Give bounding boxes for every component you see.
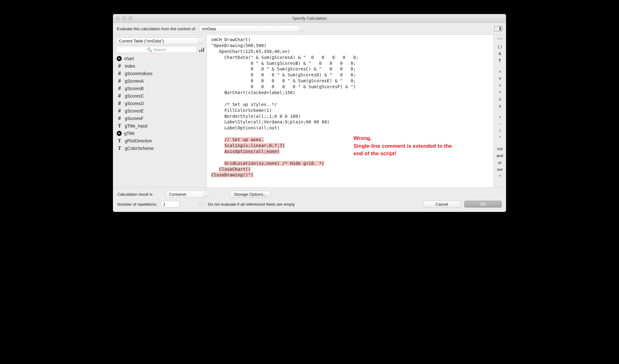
operator-and[interactable]: and [496, 153, 503, 158]
operator-[interactable]: / [499, 128, 500, 133]
field-name: gScoresB [125, 86, 144, 91]
operator-[interactable]: ( ) [498, 44, 502, 49]
field-row[interactable]: TgColorScheme [116, 145, 205, 152]
storage-options-button[interactable]: Storage Options... [230, 191, 271, 198]
result-type-value: Container [169, 192, 187, 197]
number-icon [117, 64, 122, 69]
operator-[interactable]: + [499, 114, 501, 120]
operator-[interactable]: " " [498, 37, 502, 42]
field-row[interactable]: gScoreIndices [116, 70, 205, 77]
number-icon [117, 116, 122, 121]
table-select[interactable]: Current Table ("xmData") [116, 37, 205, 44]
field-name: gScoresD [125, 101, 144, 106]
repetitions-input[interactable] [161, 201, 180, 207]
field-row[interactable]: gScoresC [116, 92, 205, 100]
field-name: index [125, 64, 135, 69]
text-icon: T [117, 146, 122, 151]
no-eval-checkbox[interactable]: ✓ [200, 202, 204, 206]
operator-column: " "( )&¶=≠><≥≤+-/*notandorxor^ [494, 35, 506, 187]
footer: Calculation result is Container Storage … [113, 188, 506, 212]
ok-button[interactable]: OK [464, 201, 502, 208]
operator-[interactable]: > [499, 82, 501, 88]
number-icon [117, 79, 122, 84]
field-name: gColorScheme [125, 146, 154, 151]
table-select-value: Current Table ("xmData") [119, 39, 164, 43]
operator-[interactable]: & [499, 50, 501, 56]
repetitions-label: Number of repetitions: [117, 202, 157, 207]
toggle-panel-icon[interactable] [494, 26, 502, 31]
text-icon: T [117, 138, 122, 143]
field-name: chart [124, 56, 134, 61]
field-row[interactable]: TgTitle_Input [116, 122, 205, 130]
operator-[interactable]: < [499, 89, 501, 95]
number-icon [117, 108, 122, 113]
text-icon: T [117, 123, 122, 128]
window-title: Specify Calculation [113, 16, 506, 21]
operator-xor[interactable]: xor [497, 166, 503, 172]
chevron-down-icon [198, 39, 203, 43]
operator-[interactable]: ¶ [499, 57, 501, 63]
chevron-down-icon [204, 192, 208, 197]
search-row: 🔍 Search [116, 46, 205, 53]
number-icon [117, 93, 122, 98]
number-icon [117, 86, 122, 91]
field-row[interactable]: TgPlotDirection [116, 137, 205, 145]
field-name: gScoresA [125, 79, 144, 84]
field-name: gTitle_Input [125, 123, 148, 128]
number-icon [117, 71, 122, 76]
context-select[interactable]: xmData [199, 25, 305, 32]
field-name: gScoreIndices [125, 71, 153, 76]
function-icon: fx [117, 56, 122, 61]
function-icon: fx [117, 131, 122, 136]
titlebar: Specify Calculation [113, 14, 506, 23]
field-row[interactable]: gScoresD [116, 100, 205, 107]
cancel-button[interactable]: Cancel [423, 201, 461, 208]
field-list[interactable]: fxchartindexgScoreIndicesgScoresAgScores… [116, 55, 205, 185]
error-annotation: Wrong. Single-line comment is extended t… [353, 135, 456, 158]
operator-not[interactable]: not [497, 146, 503, 151]
field-row[interactable]: index [116, 62, 205, 70]
operator-[interactable]: ≥ [499, 96, 501, 102]
operator-[interactable]: ≤ [499, 103, 501, 108]
sort-icon[interactable] [199, 47, 205, 52]
dialog-window: Specify Calculation Evaluate this calcul… [113, 14, 506, 212]
result-label: Calculation result is [117, 192, 153, 197]
context-value: xmData [202, 26, 216, 31]
left-panel: Current Table ("xmData") 🔍 Search fxchar… [113, 35, 207, 187]
chevron-down-icon [299, 26, 304, 31]
context-label: Evaluate this calculation from the conte… [117, 26, 196, 31]
operator-[interactable]: - [499, 121, 500, 127]
search-icon: 🔍 [147, 47, 152, 52]
result-type-select[interactable]: Container [166, 191, 210, 198]
field-row[interactable]: gScoresE [116, 107, 205, 115]
field-name: gPlotDirection [125, 138, 152, 143]
field-name: gScoresC [125, 93, 144, 98]
context-row: Evaluate this calculation from the conte… [113, 23, 506, 35]
number-icon [117, 101, 122, 106]
field-row[interactable]: gScoresB [116, 85, 205, 92]
search-placeholder: Search [153, 47, 166, 52]
operator-[interactable]: ≠ [499, 75, 501, 81]
field-name: gTitle [124, 131, 135, 136]
field-row[interactable]: fxchart [116, 55, 205, 62]
operator-[interactable]: = [499, 69, 501, 74]
operator-[interactable]: ^ [499, 173, 501, 179]
search-input[interactable]: 🔍 Search [116, 46, 197, 53]
field-row[interactable]: gScoresA [116, 77, 205, 85]
operator-[interactable]: * [499, 135, 500, 140]
main-body: Current Table ("xmData") 🔍 Search fxchar… [113, 35, 506, 188]
field-row[interactable]: gScoresF [116, 115, 205, 122]
calculation-editor[interactable]: xmCH_DrawChart( "OpenDrawing(500;500) Op… [207, 35, 494, 187]
field-row[interactable]: fxgTitle [116, 130, 205, 137]
field-name: gScoresF [125, 116, 144, 121]
field-name: gScoresE [125, 108, 144, 113]
operator-or[interactable]: or [498, 160, 502, 165]
no-eval-label: Do not evaluate if all referenced fields… [208, 202, 295, 207]
